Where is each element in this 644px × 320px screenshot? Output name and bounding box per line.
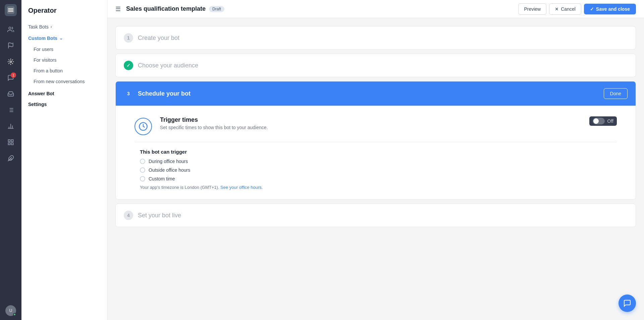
nav-section-bots: Task Bots › Custom Bots ⌄ For users For … (21, 21, 107, 108)
clock-icon (135, 118, 152, 135)
radio-circle (140, 176, 145, 181)
step-1-title: Create your bot (138, 35, 179, 42)
online-indicator (13, 313, 16, 316)
step-3-title: Schedule your bot (138, 90, 191, 97)
step-1-number: 1 (124, 33, 133, 43)
chevron-icon: › (51, 24, 52, 29)
save-close-button[interactable]: ✓ Save and close (584, 4, 636, 14)
steps-area: 1 Create your bot ✓ Choose your audience… (107, 18, 644, 320)
timezone-text: Your app's timezone is London (GMT+1). S… (140, 185, 617, 190)
trigger-toggle[interactable]: Off (589, 116, 617, 126)
step-4-number: 4 (124, 211, 133, 220)
step-4-title: Set your bot live (138, 212, 181, 219)
chevron-down-icon: ⌄ (59, 36, 63, 41)
nav-icon-flag[interactable] (4, 39, 17, 52)
step-2-card: ✓ Choose your audience (115, 54, 636, 77)
nav-icon-users[interactable] (4, 23, 17, 36)
nav-sub-item-for-users[interactable]: For users (21, 44, 107, 55)
nav-sub-item-for-visitors[interactable]: For visitors (21, 55, 107, 65)
top-bar-actions: Preview ✕ Cancel ✓ Save and close (518, 3, 636, 15)
notification-badge: 1 (11, 72, 16, 78)
toggle-label: Off (607, 118, 613, 124)
svg-rect-12 (8, 140, 10, 142)
x-icon: ✕ (555, 6, 559, 12)
step-3-card: 3 Schedule your bot Done Trigger times S (115, 81, 636, 200)
step-2-number: ✓ (124, 61, 133, 70)
page-title-area: Sales qualification template Draft (126, 5, 514, 12)
checkmark-icon: ✓ (590, 6, 594, 12)
radio-during-office-hours[interactable]: During office hours (140, 159, 617, 164)
nav-icon-chat[interactable]: 1 (4, 71, 17, 85)
user-avatar[interactable]: U (5, 305, 16, 316)
nav-item-answer-bot[interactable]: Answer Bot (21, 87, 107, 98)
step-3-header: 3 Schedule your bot Done (116, 82, 636, 106)
trigger-row: Trigger times Set specific times to show… (135, 116, 617, 135)
trigger-title: Trigger times (160, 116, 581, 123)
nav-icon-puzzle[interactable] (4, 152, 17, 165)
nav-item-custom-bots[interactable]: Custom Bots ⌄ (21, 33, 107, 44)
nav-panel: Operator Task Bots › Custom Bots ⌄ For u… (21, 0, 107, 320)
svg-rect-13 (11, 140, 13, 142)
icon-sidebar: 1 U (0, 0, 21, 320)
office-hours-link[interactable]: See your office hours (220, 185, 262, 190)
this-bot-can-trigger-heading: This bot can trigger (140, 149, 617, 155)
step-4-card: 4 Set your bot live (115, 204, 636, 227)
nav-item-settings[interactable]: Settings (21, 98, 107, 108)
top-bar: ☰ Sales qualification template Draft Pre… (107, 0, 644, 18)
nav-item-task-bots[interactable]: Task Bots › (21, 21, 107, 33)
nav-icon-inbox[interactable] (4, 87, 17, 101)
nav-sub-item-from-button[interactable]: From a button (21, 65, 107, 76)
trigger-desc: Set specific times to show this bot to y… (160, 125, 581, 130)
step-1-card: 1 Create your bot (115, 26, 636, 50)
radio-circle (140, 167, 145, 173)
trigger-info: Trigger times Set specific times to show… (160, 116, 581, 130)
radio-circle (140, 159, 145, 164)
page-title-text: Sales qualification template (126, 5, 206, 12)
nav-sub-item-from-new-conv[interactable]: From new conversations (21, 76, 107, 87)
svg-rect-14 (11, 143, 13, 145)
chat-support-bubble[interactable] (619, 295, 636, 312)
radio-custom-time[interactable]: Custom time (140, 176, 617, 181)
nav-icon-chart[interactable] (4, 119, 17, 133)
app-logo (5, 4, 17, 16)
hamburger-icon[interactable]: ☰ (115, 5, 121, 13)
step-2-header: ✓ Choose your audience (116, 54, 636, 77)
draft-badge: Draft (209, 6, 224, 12)
trigger-times-section: Trigger times Set specific times to show… (116, 106, 636, 199)
nav-icon-list[interactable] (4, 103, 17, 117)
toggle-track (593, 118, 605, 124)
step-1-header: 1 Create your bot (116, 26, 636, 49)
svg-rect-15 (8, 143, 10, 145)
app-title: Operator (21, 7, 107, 21)
radio-outside-office-hours[interactable]: Outside office hours (140, 167, 617, 173)
step-2-title: Choose your audience (138, 62, 198, 69)
toggle-knob (593, 118, 599, 124)
done-button[interactable]: Done (604, 88, 628, 99)
step-4-header: 4 Set your bot live (116, 204, 636, 227)
trigger-options: This bot can trigger During office hours… (135, 149, 617, 190)
nav-icon-operator[interactable] (4, 55, 17, 68)
step-3-number: 3 (124, 89, 133, 98)
nav-icon-grid[interactable] (4, 136, 17, 149)
cancel-button[interactable]: ✕ Cancel (549, 3, 581, 15)
svg-point-1 (10, 61, 12, 63)
main-content: ☰ Sales qualification template Draft Pre… (107, 0, 644, 320)
preview-button[interactable]: Preview (518, 3, 546, 15)
